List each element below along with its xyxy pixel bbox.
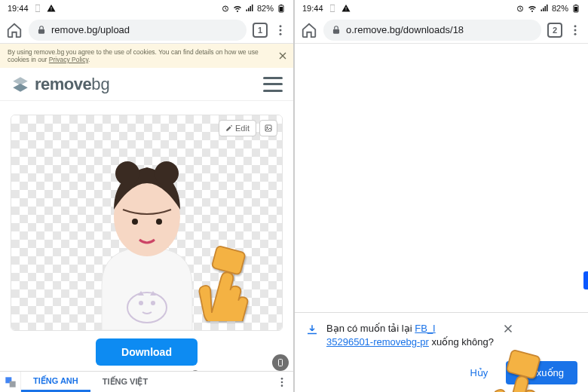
- svg-rect-2: [280, 7, 283, 11]
- lock-icon: [331, 25, 341, 35]
- reader-fab[interactable]: [272, 354, 289, 371]
- google-translate-icon[interactable]: [0, 372, 21, 392]
- privacy-link[interactable]: Privacy Policy: [49, 56, 88, 63]
- home-icon[interactable]: [301, 22, 317, 38]
- svg-rect-3: [280, 5, 282, 5]
- svg-rect-20: [9, 381, 15, 387]
- confirm-download-button[interactable]: Tải xuống: [506, 361, 577, 384]
- edge-accent: [583, 271, 588, 289]
- download-prompt: Bạn có muốn tải lại FB_I35296501-removeb…: [295, 312, 588, 392]
- url-bar[interactable]: o.remove.bg/downloads/18: [323, 20, 541, 41]
- hamburger-icon[interactable]: [263, 77, 283, 92]
- svg-rect-18: [279, 360, 283, 366]
- cancel-button[interactable]: Hủy: [462, 363, 495, 383]
- svg-point-16: [139, 301, 143, 305]
- svg-point-14: [156, 219, 162, 225]
- signal-icon: [540, 4, 549, 13]
- close-icon[interactable]: [501, 322, 515, 335]
- battery-text: 82%: [552, 4, 568, 13]
- phone-left: 19:44 82% remove.bg/upload 1 By using: [0, 0, 293, 392]
- tab-switcher[interactable]: 1: [253, 23, 268, 38]
- home-icon[interactable]: [6, 22, 23, 38]
- close-icon[interactable]: [277, 50, 289, 62]
- alarm-icon: [516, 4, 525, 13]
- menu-icon[interactable]: [568, 23, 582, 37]
- svg-point-9: [267, 127, 268, 129]
- tab-switcher[interactable]: 2: [547, 23, 562, 38]
- pencil-icon: [225, 124, 233, 132]
- site-header: removebg: [0, 68, 293, 101]
- preview-panel: Edit: [11, 115, 283, 331]
- edit-button[interactable]: Edit: [219, 120, 256, 136]
- warning-icon: [341, 4, 351, 13]
- svg-point-30: [574, 25, 577, 27]
- palette-icon: [264, 124, 273, 133]
- svg-rect-4: [38, 29, 44, 33]
- battery-icon: [277, 4, 286, 13]
- alarm-icon: [221, 4, 230, 13]
- wifi-icon: [528, 4, 537, 13]
- swap-bg-button[interactable]: [259, 120, 277, 136]
- url-text: remove.bg/upload: [51, 24, 130, 35]
- battery-text: 82%: [257, 4, 274, 13]
- download-icon: [305, 323, 319, 337]
- status-time: 19:44: [302, 4, 323, 13]
- svg-rect-28: [575, 5, 577, 5]
- svg-point-32: [574, 32, 577, 35]
- svg-point-17: [151, 301, 155, 305]
- status-bar: 19:44 82%: [295, 0, 588, 17]
- cookie-banner: By using remove.bg you agree to the use …: [0, 44, 293, 68]
- status-bar: 19:44 82%: [0, 0, 293, 17]
- svg-point-5: [280, 25, 282, 27]
- wifi-icon: [233, 4, 242, 13]
- svg-point-6: [280, 29, 282, 31]
- browser-chrome: remove.bg/upload 1: [0, 17, 293, 44]
- svg-point-12: [155, 161, 179, 185]
- person-illustration: [57, 134, 237, 330]
- translate-bar: TIẾNG ANH TIẾNG VIỆT: [0, 371, 293, 392]
- svg-rect-8: [265, 125, 271, 131]
- svg-point-11: [115, 161, 139, 185]
- lock-icon: [36, 25, 47, 35]
- status-time: 19:44: [8, 4, 29, 13]
- lang-vietnamese[interactable]: TIẾNG VIỆT: [90, 372, 160, 392]
- lang-english[interactable]: TIẾNG ANH: [21, 372, 90, 392]
- layers-icon: [11, 75, 30, 94]
- translate-menu-icon[interactable]: [271, 372, 293, 392]
- svg-point-21: [281, 378, 283, 380]
- svg-point-31: [574, 29, 577, 31]
- phone-icon: [328, 4, 337, 13]
- url-text: o.remove.bg/downloads/18: [346, 24, 464, 35]
- svg-rect-29: [333, 29, 339, 33]
- result-image: [11, 115, 282, 330]
- result-tabs: Original Removed Background: [0, 101, 293, 112]
- download-message: Bạn có muốn tải lại FB_I35296501-removeb…: [326, 322, 494, 349]
- svg-rect-27: [574, 7, 577, 11]
- svg-point-7: [280, 32, 282, 35]
- download-button[interactable]: Download: [96, 338, 198, 366]
- logo[interactable]: removebg: [11, 75, 110, 94]
- svg-point-13: [132, 219, 138, 225]
- phone-right: 19:44 82% o.remove.bg/downloads/18 2: [295, 0, 588, 392]
- svg-point-22: [281, 381, 283, 383]
- svg-point-23: [281, 384, 283, 387]
- battery-icon: [571, 4, 580, 13]
- signal-icon: [245, 4, 254, 13]
- phone-icon: [33, 4, 42, 13]
- page-body: Bạn có muốn tải lại FB_I35296501-removeb…: [295, 44, 588, 392]
- warning-icon: [47, 4, 56, 13]
- browser-chrome: o.remove.bg/downloads/18 2: [295, 17, 588, 44]
- menu-icon[interactable]: [274, 23, 287, 37]
- url-bar[interactable]: remove.bg/upload: [29, 20, 247, 41]
